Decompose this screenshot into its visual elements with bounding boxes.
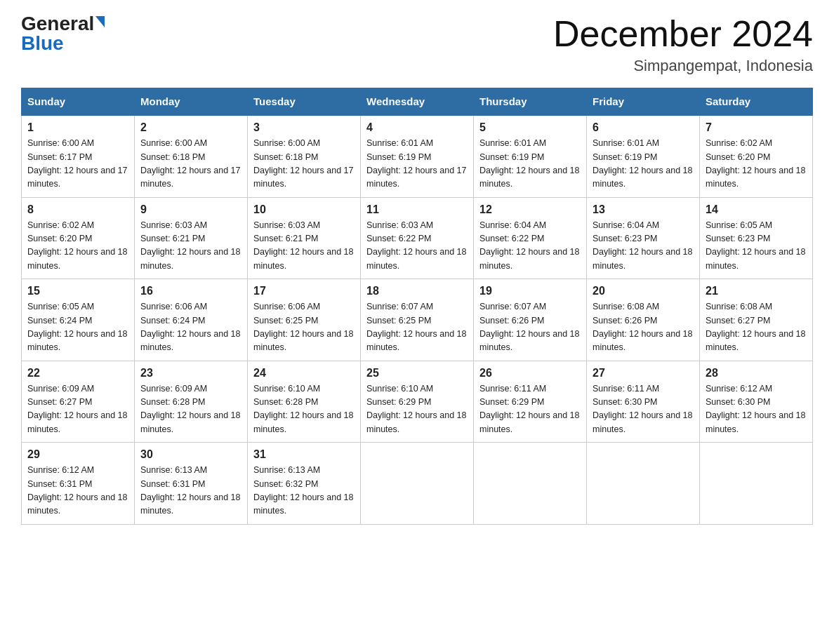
day-info: Sunrise: 6:13 AMSunset: 6:31 PMDaylight:…	[140, 465, 240, 516]
table-row: 5 Sunrise: 6:01 AMSunset: 6:19 PMDayligh…	[474, 115, 587, 197]
day-number: 16	[140, 285, 241, 297]
calendar-week-row: 15 Sunrise: 6:05 AMSunset: 6:24 PMDaylig…	[22, 279, 813, 361]
day-number: 23	[140, 367, 241, 380]
header-friday: Friday	[587, 88, 700, 116]
day-info: Sunrise: 6:01 AMSunset: 6:19 PMDaylight:…	[479, 138, 579, 189]
table-row: 19 Sunrise: 6:07 AMSunset: 6:26 PMDaylig…	[474, 279, 587, 361]
day-number: 18	[366, 285, 468, 297]
day-info: Sunrise: 6:08 AMSunset: 6:26 PMDaylight:…	[593, 302, 692, 352]
title-area: December 2024 Simpangempat, Indonesia	[553, 14, 813, 75]
day-info: Sunrise: 6:00 AMSunset: 6:18 PMDaylight:…	[140, 138, 240, 189]
table-row: 7 Sunrise: 6:02 AMSunset: 6:20 PMDayligh…	[700, 115, 813, 197]
day-number: 3	[253, 121, 355, 134]
day-info: Sunrise: 6:03 AMSunset: 6:21 PMDaylight:…	[253, 220, 353, 271]
day-info: Sunrise: 6:07 AMSunset: 6:25 PMDaylight:…	[366, 302, 466, 352]
table-row: 18 Sunrise: 6:07 AMSunset: 6:25 PMDaylig…	[361, 279, 474, 361]
table-row: 25 Sunrise: 6:10 AMSunset: 6:29 PMDaylig…	[361, 361, 474, 443]
calendar-week-row: 29 Sunrise: 6:12 AMSunset: 6:31 PMDaylig…	[22, 443, 813, 525]
day-number: 1	[27, 121, 128, 134]
table-row: 10 Sunrise: 6:03 AMSunset: 6:21 PMDaylig…	[248, 197, 361, 279]
table-row: 30 Sunrise: 6:13 AMSunset: 6:31 PMDaylig…	[135, 443, 248, 525]
day-info: Sunrise: 6:11 AMSunset: 6:29 PMDaylight:…	[479, 384, 579, 434]
day-info: Sunrise: 6:06 AMSunset: 6:25 PMDaylight:…	[253, 302, 353, 352]
day-info: Sunrise: 6:05 AMSunset: 6:24 PMDaylight:…	[27, 302, 127, 352]
day-info: Sunrise: 6:03 AMSunset: 6:21 PMDaylight:…	[140, 220, 240, 271]
table-row: 14 Sunrise: 6:05 AMSunset: 6:23 PMDaylig…	[700, 197, 813, 279]
day-info: Sunrise: 6:04 AMSunset: 6:23 PMDaylight:…	[593, 220, 692, 271]
table-row: 28 Sunrise: 6:12 AMSunset: 6:30 PMDaylig…	[700, 361, 813, 443]
header-monday: Monday	[135, 88, 248, 116]
day-info: Sunrise: 6:01 AMSunset: 6:19 PMDaylight:…	[366, 138, 466, 189]
day-number: 29	[27, 448, 128, 461]
table-row	[700, 443, 813, 525]
day-info: Sunrise: 6:06 AMSunset: 6:24 PMDaylight:…	[140, 302, 240, 352]
header-wednesday: Wednesday	[361, 88, 474, 116]
day-number: 5	[479, 121, 581, 134]
table-row: 17 Sunrise: 6:06 AMSunset: 6:25 PMDaylig…	[248, 279, 361, 361]
table-row: 27 Sunrise: 6:11 AMSunset: 6:30 PMDaylig…	[587, 361, 700, 443]
table-row: 2 Sunrise: 6:00 AMSunset: 6:18 PMDayligh…	[135, 115, 248, 197]
table-row: 21 Sunrise: 6:08 AMSunset: 6:27 PMDaylig…	[700, 279, 813, 361]
day-info: Sunrise: 6:02 AMSunset: 6:20 PMDaylight:…	[706, 138, 805, 189]
day-number: 4	[366, 121, 468, 134]
table-row	[587, 443, 700, 525]
day-number: 24	[253, 367, 355, 380]
table-row: 22 Sunrise: 6:09 AMSunset: 6:27 PMDaylig…	[22, 361, 135, 443]
table-row: 20 Sunrise: 6:08 AMSunset: 6:26 PMDaylig…	[587, 279, 700, 361]
day-number: 10	[253, 203, 355, 216]
day-info: Sunrise: 6:04 AMSunset: 6:22 PMDaylight:…	[479, 220, 579, 271]
table-row: 9 Sunrise: 6:03 AMSunset: 6:21 PMDayligh…	[135, 197, 248, 279]
day-info: Sunrise: 6:09 AMSunset: 6:27 PMDaylight:…	[27, 384, 127, 434]
day-number: 20	[593, 285, 694, 297]
table-row: 3 Sunrise: 6:00 AMSunset: 6:18 PMDayligh…	[248, 115, 361, 197]
calendar-week-row: 22 Sunrise: 6:09 AMSunset: 6:27 PMDaylig…	[22, 361, 813, 443]
day-info: Sunrise: 6:08 AMSunset: 6:27 PMDaylight:…	[706, 302, 805, 352]
day-info: Sunrise: 6:03 AMSunset: 6:22 PMDaylight:…	[366, 220, 466, 271]
table-row: 26 Sunrise: 6:11 AMSunset: 6:29 PMDaylig…	[474, 361, 587, 443]
day-number: 25	[366, 367, 468, 380]
day-number: 14	[706, 203, 807, 216]
day-info: Sunrise: 6:12 AMSunset: 6:31 PMDaylight:…	[27, 465, 127, 516]
logo: General Blue	[21, 14, 105, 53]
table-row: 13 Sunrise: 6:04 AMSunset: 6:23 PMDaylig…	[587, 197, 700, 279]
day-number: 2	[140, 121, 241, 134]
day-info: Sunrise: 6:05 AMSunset: 6:23 PMDaylight:…	[706, 220, 805, 271]
table-row: 29 Sunrise: 6:12 AMSunset: 6:31 PMDaylig…	[22, 443, 135, 525]
table-row: 23 Sunrise: 6:09 AMSunset: 6:28 PMDaylig…	[135, 361, 248, 443]
day-number: 28	[706, 367, 807, 380]
day-number: 6	[593, 121, 694, 134]
logo-blue-text: Blue	[21, 34, 64, 53]
weekday-header-row: Sunday Monday Tuesday Wednesday Thursday…	[22, 88, 813, 116]
header-tuesday: Tuesday	[248, 88, 361, 116]
header-thursday: Thursday	[474, 88, 587, 116]
day-info: Sunrise: 6:13 AMSunset: 6:32 PMDaylight:…	[253, 465, 353, 516]
day-number: 30	[140, 448, 241, 461]
table-row	[361, 443, 474, 525]
day-number: 21	[706, 285, 807, 297]
calendar-week-row: 8 Sunrise: 6:02 AMSunset: 6:20 PMDayligh…	[22, 197, 813, 279]
table-row: 12 Sunrise: 6:04 AMSunset: 6:22 PMDaylig…	[474, 197, 587, 279]
page-subtitle: Simpangempat, Indonesia	[553, 57, 813, 75]
header: General Blue December 2024 Simpangempat,…	[21, 14, 813, 75]
day-info: Sunrise: 6:01 AMSunset: 6:19 PMDaylight:…	[593, 138, 692, 189]
day-number: 15	[27, 285, 128, 297]
table-row: 4 Sunrise: 6:01 AMSunset: 6:19 PMDayligh…	[361, 115, 474, 197]
day-info: Sunrise: 6:10 AMSunset: 6:28 PMDaylight:…	[253, 384, 353, 434]
day-info: Sunrise: 6:00 AMSunset: 6:17 PMDaylight:…	[27, 138, 127, 189]
day-number: 11	[366, 203, 468, 216]
table-row: 1 Sunrise: 6:00 AMSunset: 6:17 PMDayligh…	[22, 115, 135, 197]
day-info: Sunrise: 6:09 AMSunset: 6:28 PMDaylight:…	[140, 384, 240, 434]
calendar-table: Sunday Monday Tuesday Wednesday Thursday…	[21, 88, 813, 525]
calendar-week-row: 1 Sunrise: 6:00 AMSunset: 6:17 PMDayligh…	[22, 115, 813, 197]
header-saturday: Saturday	[700, 88, 813, 116]
day-info: Sunrise: 6:12 AMSunset: 6:30 PMDaylight:…	[706, 384, 805, 434]
table-row: 16 Sunrise: 6:06 AMSunset: 6:24 PMDaylig…	[135, 279, 248, 361]
day-number: 22	[27, 367, 128, 380]
day-number: 9	[140, 203, 241, 216]
header-sunday: Sunday	[22, 88, 135, 116]
day-number: 17	[253, 285, 355, 297]
day-info: Sunrise: 6:11 AMSunset: 6:30 PMDaylight:…	[593, 384, 692, 434]
table-row: 31 Sunrise: 6:13 AMSunset: 6:32 PMDaylig…	[248, 443, 361, 525]
table-row: 8 Sunrise: 6:02 AMSunset: 6:20 PMDayligh…	[22, 197, 135, 279]
day-number: 27	[593, 367, 694, 380]
